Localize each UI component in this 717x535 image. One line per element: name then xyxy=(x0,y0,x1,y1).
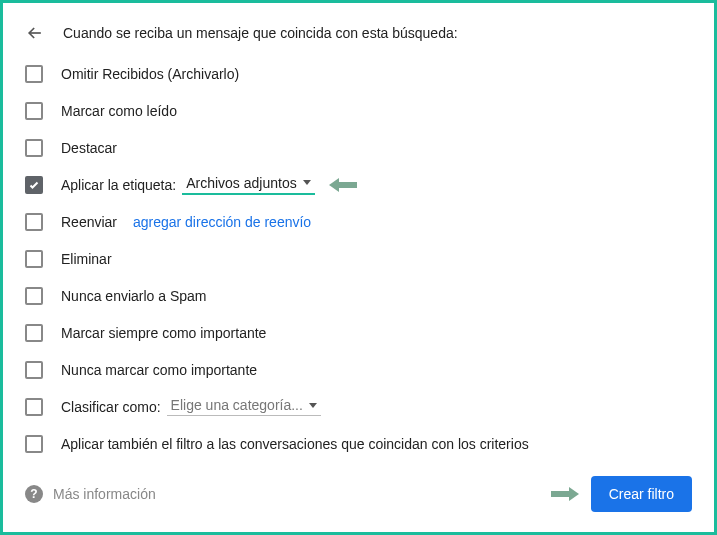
dialog-header: Cuando se reciba un mensaje que coincida… xyxy=(21,17,696,55)
forward-text: Reenviar xyxy=(61,214,117,230)
create-filter-button[interactable]: Crear filtro xyxy=(591,476,692,512)
checkbox-forward[interactable] xyxy=(25,213,43,231)
annotation-arrow-icon xyxy=(551,485,579,503)
more-info-text: Más información xyxy=(53,486,156,502)
filter-options-list: Omitir Recibidos (Archivarlo) Marcar com… xyxy=(21,55,696,462)
chevron-down-icon xyxy=(309,403,317,408)
chevron-down-icon xyxy=(303,180,311,185)
option-label: Aplicar también el filtro a las conversa… xyxy=(61,436,529,452)
apply-label-text: Aplicar la etiqueta: xyxy=(61,177,176,193)
option-always-important: Marcar siempre como importante xyxy=(25,314,696,351)
checkbox-skip-inbox[interactable] xyxy=(25,65,43,83)
option-label: Marcar como leído xyxy=(61,103,177,119)
checkbox-delete[interactable] xyxy=(25,250,43,268)
checkbox-always-important[interactable] xyxy=(25,324,43,342)
category-dropdown[interactable]: Elige una categoría... xyxy=(167,397,321,416)
option-never-important: Nunca marcar como importante xyxy=(25,351,696,388)
option-label: Eliminar xyxy=(61,251,112,267)
checkbox-categorize[interactable] xyxy=(25,398,43,416)
option-label: Aplicar la etiqueta: Archivos adjuntos xyxy=(61,175,357,195)
help-icon: ? xyxy=(25,485,43,503)
option-label: Omitir Recibidos (Archivarlo) xyxy=(61,66,239,82)
option-forward: Reenviar agregar dirección de reenvío xyxy=(25,203,696,240)
more-info-link[interactable]: ? Más información xyxy=(25,485,156,503)
option-label: Destacar xyxy=(61,140,117,156)
dialog-footer: ? Más información Crear filtro xyxy=(25,476,692,512)
option-skip-inbox: Omitir Recibidos (Archivarlo) xyxy=(25,55,696,92)
option-apply-label: Aplicar la etiqueta: Archivos adjuntos xyxy=(25,166,696,203)
filter-dialog: Cuando se reciba un mensaje que coincida… xyxy=(0,0,717,535)
option-categorize: Clasificar como: Elige una categoría... xyxy=(25,388,696,425)
option-apply-matching: Aplicar también el filtro a las conversa… xyxy=(25,425,696,462)
add-forward-address-link[interactable]: agregar dirección de reenvío xyxy=(133,214,311,230)
option-star: Destacar xyxy=(25,129,696,166)
checkbox-never-important[interactable] xyxy=(25,361,43,379)
option-label: Clasificar como: Elige una categoría... xyxy=(61,397,321,416)
label-dropdown[interactable]: Archivos adjuntos xyxy=(182,175,315,195)
categorize-text: Clasificar como: xyxy=(61,399,161,415)
option-label: Reenviar agregar dirección de reenvío xyxy=(61,214,311,230)
back-arrow-icon[interactable] xyxy=(25,23,45,43)
option-mark-read: Marcar como leído xyxy=(25,92,696,129)
checkbox-mark-read[interactable] xyxy=(25,102,43,120)
annotation-arrow-icon xyxy=(329,176,357,194)
option-never-spam: Nunca enviarlo a Spam xyxy=(25,277,696,314)
option-label: Nunca marcar como importante xyxy=(61,362,257,378)
label-dropdown-value: Archivos adjuntos xyxy=(186,175,297,191)
option-delete: Eliminar xyxy=(25,240,696,277)
option-label: Marcar siempre como importante xyxy=(61,325,266,341)
checkbox-star[interactable] xyxy=(25,139,43,157)
checkbox-apply-label[interactable] xyxy=(25,176,43,194)
option-label: Nunca enviarlo a Spam xyxy=(61,288,207,304)
checkbox-apply-matching[interactable] xyxy=(25,435,43,453)
dialog-title: Cuando se reciba un mensaje que coincida… xyxy=(63,25,458,41)
footer-actions: Crear filtro xyxy=(551,476,692,512)
category-dropdown-value: Elige una categoría... xyxy=(171,397,303,413)
checkbox-never-spam[interactable] xyxy=(25,287,43,305)
